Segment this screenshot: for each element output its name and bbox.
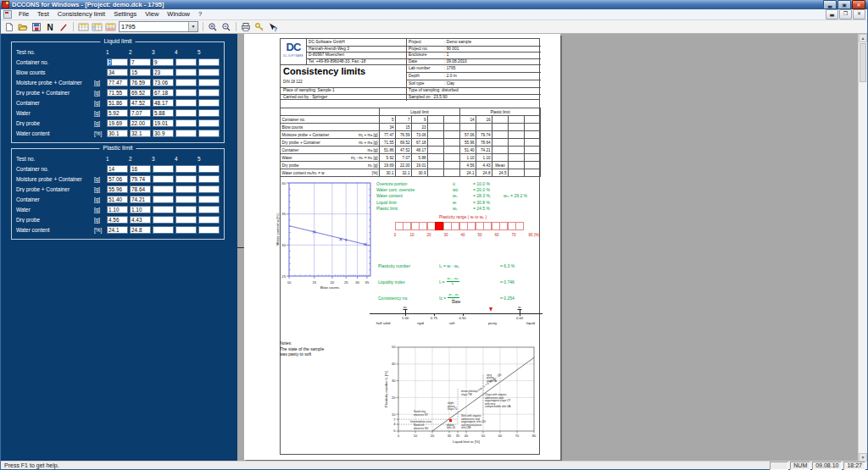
minimize-button[interactable]: ▃ (823, 0, 837, 9)
table-results-button[interactable] (103, 21, 117, 32)
value-cell[interactable] (175, 69, 197, 76)
value-cell[interactable]: 14 (107, 165, 128, 173)
value-cell[interactable] (153, 196, 174, 203)
value-cell[interactable]: 32.1 (130, 130, 151, 137)
value-cell[interactable] (175, 196, 197, 203)
value-cell[interactable]: 16 (130, 165, 151, 173)
zoom-in-button[interactable] (206, 21, 220, 32)
value-cell[interactable]: 24.1 (107, 226, 128, 234)
value-cell[interactable] (153, 175, 174, 183)
value-cell[interactable] (175, 130, 197, 137)
value-cell[interactable]: 19.69 (107, 119, 128, 127)
value-cell[interactable]: 77.47 (107, 79, 128, 86)
menu-item-view[interactable]: View (141, 9, 163, 19)
value-cell[interactable] (198, 165, 220, 173)
value-cell[interactable] (175, 119, 197, 127)
menu-item-consistency-limit[interactable]: Consistency limit (53, 9, 109, 19)
value-cell[interactable]: 5.92 (107, 109, 128, 117)
mdi-close-button[interactable]: ✕ (853, 9, 865, 19)
value-cell[interactable] (175, 216, 197, 224)
open-button[interactable] (16, 21, 30, 32)
value-cell[interactable]: 23 (153, 69, 174, 76)
value-cell[interactable]: 2 (107, 58, 128, 66)
value-cell[interactable] (175, 79, 197, 86)
value-cell[interactable]: 67.18 (153, 89, 174, 97)
value-cell[interactable]: 51.40 (107, 196, 128, 203)
value-cell[interactable] (198, 185, 220, 193)
value-cell[interactable]: 34 (107, 69, 128, 76)
menu-item-settings[interactable]: Settings (109, 9, 141, 19)
save-button[interactable] (30, 21, 43, 32)
value-cell[interactable] (175, 109, 197, 117)
edit-button[interactable] (57, 21, 70, 32)
value-cell[interactable] (198, 130, 220, 137)
value-cell[interactable]: 24.8 (130, 226, 151, 234)
value-cell[interactable] (198, 58, 220, 66)
new-test-button[interactable]: N (43, 21, 57, 32)
zoom-out-button[interactable] (220, 21, 233, 32)
value-cell[interactable] (198, 99, 220, 107)
value-cell[interactable]: 1.10 (130, 206, 151, 213)
new-button[interactable] (3, 21, 16, 32)
value-cell[interactable]: 73.06 (153, 79, 174, 86)
value-cell[interactable] (153, 206, 174, 213)
print-button[interactable] (239, 21, 253, 32)
value-cell[interactable]: 1.10 (107, 206, 128, 213)
value-cell[interactable]: 55.96 (107, 185, 128, 193)
table-liquid-button[interactable] (76, 21, 90, 32)
test-selector-combo[interactable]: 1795 ▼ (119, 21, 198, 32)
value-cell[interactable] (153, 226, 174, 234)
value-cell[interactable] (175, 99, 197, 107)
value-cell[interactable] (175, 206, 197, 213)
value-cell[interactable]: 7.07 (130, 109, 151, 117)
value-cell[interactable]: 19.01 (153, 119, 174, 127)
maximize-button[interactable]: ▣ (837, 0, 851, 9)
menu-item-file[interactable]: File (14, 9, 33, 19)
value-cell[interactable]: 69.52 (130, 89, 151, 97)
menu-item-[interactable]: ? (194, 9, 206, 19)
value-cell[interactable] (198, 196, 220, 203)
value-cell[interactable] (198, 175, 220, 183)
value-cell[interactable]: 5.88 (153, 109, 174, 117)
menu-item-test[interactable]: Test (33, 9, 53, 19)
value-cell[interactable]: 51.86 (107, 99, 128, 107)
value-cell[interactable] (198, 206, 220, 213)
value-cell[interactable]: 71.55 (107, 89, 128, 97)
value-cell[interactable] (175, 89, 197, 97)
value-cell[interactable]: 48.17 (153, 99, 174, 107)
value-cell[interactable] (175, 175, 197, 183)
value-cell[interactable]: 30.9 (153, 130, 174, 137)
value-cell[interactable] (175, 58, 197, 66)
value-cell[interactable] (198, 79, 220, 86)
document-icon[interactable] (3, 10, 12, 19)
scroll-up-icon[interactable]: ▲ (859, 34, 867, 42)
value-cell[interactable]: 76.59 (130, 79, 151, 86)
value-cell[interactable]: 47.52 (130, 99, 151, 107)
vertical-scrollbar[interactable]: ▲ ▼ (858, 34, 867, 462)
value-cell[interactable]: 15 (130, 69, 151, 76)
value-cell[interactable] (175, 185, 197, 193)
value-cell[interactable] (153, 165, 174, 173)
mdi-restore-button[interactable]: ❐ (839, 9, 852, 19)
value-cell[interactable]: 74.21 (130, 196, 151, 203)
value-cell[interactable] (153, 185, 174, 193)
value-cell[interactable]: 57.06 (107, 175, 128, 183)
value-cell[interactable]: 78.64 (130, 185, 151, 193)
value-cell[interactable] (198, 89, 220, 97)
value-cell[interactable] (175, 165, 197, 173)
value-cell[interactable] (153, 216, 174, 224)
combo-dropdown-icon[interactable]: ▼ (188, 22, 198, 31)
value-cell[interactable] (175, 226, 197, 234)
value-cell[interactable]: 7 (130, 58, 151, 66)
value-cell[interactable] (198, 226, 220, 234)
close-button[interactable]: ✕ (852, 0, 865, 9)
value-cell[interactable]: 4.43 (130, 216, 151, 224)
value-cell[interactable]: 9 (153, 58, 174, 66)
menu-item-window[interactable]: Window (163, 9, 194, 19)
license-button[interactable] (253, 21, 266, 32)
table-plastic-button[interactable] (90, 21, 103, 32)
scroll-thumb[interactable] (860, 43, 866, 82)
value-cell[interactable] (198, 109, 220, 117)
context-help-button[interactable]: ? (266, 21, 280, 32)
value-cell[interactable]: 79.74 (130, 175, 151, 183)
